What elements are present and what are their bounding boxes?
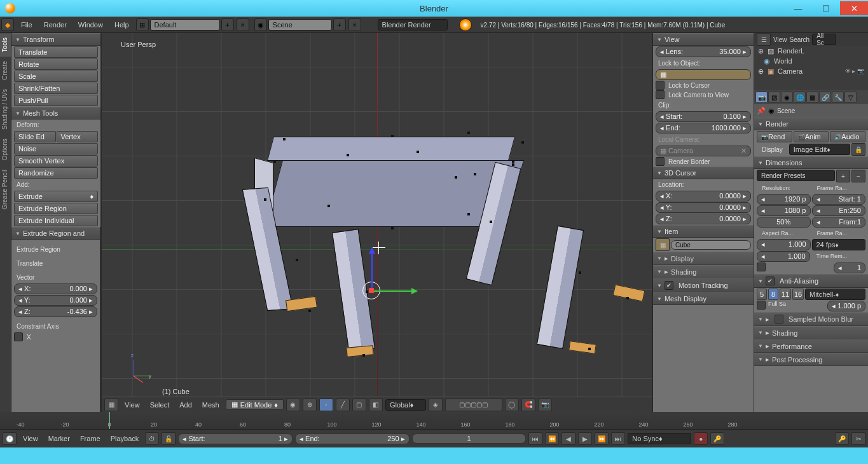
close-button[interactable]: ✕ xyxy=(840,1,868,15)
tab-shading-uvs[interactable]: Shading / UVs xyxy=(0,85,11,134)
end-frame-field[interactable]: En:250 xyxy=(812,205,866,216)
menu-help[interactable]: Help xyxy=(109,21,135,29)
tab-create[interactable]: Create xyxy=(0,57,11,85)
vp-menu-select[interactable]: Select xyxy=(146,401,174,409)
extrude-button[interactable]: Extrude♦ xyxy=(14,191,98,202)
sync-mode-field[interactable]: No Sync ♦ xyxy=(628,433,691,444)
tab-data-icon[interactable]: ▽ xyxy=(844,92,857,103)
manipulator-toggle-icon[interactable]: ◈ xyxy=(429,399,443,411)
panel-post-processing[interactable]: ▸ Post Processing xyxy=(754,353,868,366)
push-pull-button[interactable]: Push/Pull xyxy=(14,95,98,106)
outliner-search[interactable]: Search xyxy=(790,36,810,43)
lock-camera-checkbox[interactable] xyxy=(656,90,665,99)
render-icon[interactable]: 📷 xyxy=(538,399,552,411)
lens-field[interactable]: Lens:35.000 xyxy=(656,46,751,57)
panel-3d-cursor[interactable]: 3D Cursor xyxy=(653,167,754,179)
frame-step-field[interactable]: Fram:1 xyxy=(812,217,866,228)
pivot-icon[interactable]: ⊕ xyxy=(303,399,317,411)
outliner-view[interactable]: View xyxy=(773,36,787,43)
timeline-ruler[interactable]: -40-200204060801001201401601802002202402… xyxy=(0,412,868,430)
add-preset-button[interactable]: + xyxy=(836,170,850,182)
select-vertex-icon[interactable]: ▫ xyxy=(319,399,333,411)
minimize-button[interactable]: — xyxy=(784,1,812,15)
panel-motion-tracking[interactable]: Motion Tracking xyxy=(653,278,754,292)
orientation-field[interactable]: Global ♦ xyxy=(385,399,426,411)
panel-transform[interactable]: Transform xyxy=(11,33,100,46)
border-checkbox[interactable] xyxy=(757,263,766,271)
timeline-type-icon[interactable]: 🕐 xyxy=(3,432,17,445)
keyframe-prev-icon[interactable]: ⏪ xyxy=(545,432,559,445)
aspect-x-field[interactable]: 1.000 xyxy=(757,239,811,250)
panel-display[interactable]: ▸ Display xyxy=(653,252,754,265)
menu-window[interactable]: Window xyxy=(72,21,109,29)
tab-options[interactable]: Options xyxy=(0,134,11,165)
tab-render-icon[interactable]: 📷 xyxy=(755,92,768,103)
remap-field[interactable]: 1 xyxy=(834,263,865,273)
editor-type-icon[interactable]: ▦ xyxy=(104,399,118,411)
scene-icon[interactable]: ◉ xyxy=(254,18,267,31)
mode-selector[interactable]: ▦ Edit Mode ♦ xyxy=(226,399,284,410)
timeline-playback[interactable]: Playback xyxy=(107,435,143,442)
select-face-icon[interactable]: ▢ xyxy=(352,399,366,411)
pin-icon[interactable]: 📌 xyxy=(757,107,766,115)
panel-shading[interactable]: ▸ Shading xyxy=(653,265,754,278)
vp-menu-view[interactable]: View xyxy=(121,401,144,409)
tab-world-icon[interactable]: 🌐 xyxy=(794,92,806,103)
occlusion-icon[interactable]: ◧ xyxy=(369,399,383,411)
add-layout-button[interactable]: + xyxy=(221,18,234,31)
extrude-region-button[interactable]: Extrude Region xyxy=(14,203,98,214)
aspect-y-field[interactable]: 1.000 xyxy=(757,251,810,262)
tab-tools[interactable]: Tools xyxy=(0,33,11,57)
panel-mesh-display[interactable]: Mesh Display xyxy=(653,292,754,305)
lock-object-field[interactable]: ▦ xyxy=(656,69,751,80)
aa-filter-field[interactable]: Mitchell-♦ xyxy=(805,289,865,300)
panel-anti-aliasing[interactable]: Anti-Aliasing xyxy=(754,274,868,288)
panel-view[interactable]: View xyxy=(653,33,754,46)
render-border-checkbox[interactable] xyxy=(656,157,665,166)
item-name-field[interactable]: Cube xyxy=(671,240,751,250)
panel-dimensions[interactable]: Dimensions xyxy=(754,156,868,169)
noise-button[interactable]: Noise xyxy=(14,143,98,154)
play-icon[interactable]: ▶ xyxy=(578,432,592,445)
cursor-y-field[interactable]: Y:0.0000 xyxy=(656,202,751,213)
outliner-filter[interactable]: All Sc xyxy=(812,34,836,45)
res-pct-field[interactable]: 50% xyxy=(757,217,811,228)
panel-render[interactable]: Render xyxy=(754,118,868,130)
vp-menu-add[interactable]: Add xyxy=(176,401,196,409)
fullsample-checkbox[interactable] xyxy=(757,301,766,310)
vector-x-field[interactable]: X:0.000 xyxy=(14,283,97,294)
menu-file[interactable]: File xyxy=(15,21,38,29)
lock-icon[interactable]: 🔒 xyxy=(851,143,865,156)
render-presets-field[interactable]: Render Presets xyxy=(757,170,835,181)
rotate-button[interactable]: Rotate xyxy=(14,58,98,70)
tab-scene-icon[interactable]: ◉ xyxy=(781,92,793,103)
key-delete-icon[interactable]: ✂ xyxy=(851,432,865,445)
res-y-field[interactable]: 1080 p xyxy=(757,205,811,216)
clip-start-field[interactable]: Start:0.100 xyxy=(656,111,751,122)
tab-constraints-icon[interactable]: 🔗 xyxy=(819,92,831,103)
proportional-icon[interactable]: ◯ xyxy=(505,399,519,411)
timeline-frame[interactable]: Frame xyxy=(76,435,104,442)
display-mode-field[interactable]: Image Edit ♦ xyxy=(789,144,850,155)
remove-preset-button[interactable]: − xyxy=(851,170,865,182)
cursor-z-field[interactable]: Z:0.0000 xyxy=(656,214,751,224)
eye-icon[interactable]: 👁 ▸ 📷 xyxy=(845,68,864,74)
current-frame-field[interactable]: 1 xyxy=(412,433,527,444)
screen-layout-field[interactable]: Default xyxy=(150,19,220,31)
aa-8-button[interactable]: 8 xyxy=(768,289,778,300)
fps-field[interactable]: 24 fps ♦ xyxy=(812,239,866,250)
operator-title[interactable]: Extrude Region and xyxy=(11,227,100,240)
keying-set-icon[interactable]: 🔑 xyxy=(710,432,724,445)
panel-performance[interactable]: ▸ Performance xyxy=(754,339,868,353)
shading-mode-icon[interactable]: ◉ xyxy=(286,399,300,411)
scene-field[interactable]: Scene xyxy=(268,19,332,31)
tab-grease-pencil[interactable]: Grease Pencil xyxy=(0,165,11,214)
vector-z-field[interactable]: Z:-0.436 xyxy=(14,306,97,317)
keyframe-next-icon[interactable]: ⏩ xyxy=(595,432,609,445)
lock-range-icon[interactable]: 🔓 xyxy=(162,432,176,445)
tab-layers-icon[interactable]: ▨ xyxy=(768,92,780,103)
audio-button[interactable]: 🔊Audio xyxy=(830,131,865,142)
maximize-button[interactable]: ☐ xyxy=(812,1,840,15)
preview-range-icon[interactable]: ⏱ xyxy=(145,432,159,445)
vector-y-field[interactable]: Y:0.000 xyxy=(14,295,97,306)
